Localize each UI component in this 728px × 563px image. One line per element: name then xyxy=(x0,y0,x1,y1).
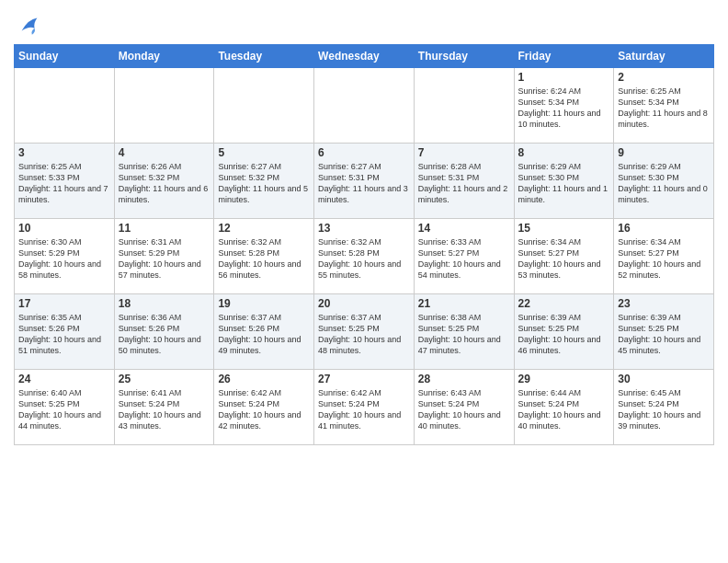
calendar-cell: 9Sunrise: 6:29 AM Sunset: 5:30 PM Daylig… xyxy=(614,144,714,219)
day-number: 25 xyxy=(119,373,210,385)
day-info: Sunrise: 6:42 AM Sunset: 5:24 PM Dayligh… xyxy=(318,387,410,432)
calendar-cell: 2Sunrise: 6:25 AM Sunset: 5:34 PM Daylig… xyxy=(614,68,714,144)
day-info: Sunrise: 6:35 AM Sunset: 5:26 PM Dayligh… xyxy=(18,312,110,357)
day-info: Sunrise: 6:29 AM Sunset: 5:30 PM Dayligh… xyxy=(518,161,610,206)
day-number: 13 xyxy=(318,222,410,235)
weekday-header-friday: Friday xyxy=(514,45,614,68)
day-number: 10 xyxy=(18,222,110,235)
calendar-cell: 19Sunrise: 6:37 AM Sunset: 5:26 PM Dayli… xyxy=(214,294,314,370)
day-info: Sunrise: 6:34 AM Sunset: 5:27 PM Dayligh… xyxy=(518,236,610,282)
day-number: 9 xyxy=(618,146,710,159)
day-info: Sunrise: 6:44 AM Sunset: 5:24 PM Dayligh… xyxy=(518,387,610,432)
day-info: Sunrise: 6:33 AM Sunset: 5:27 PM Dayligh… xyxy=(418,236,510,282)
calendar-cell: 21Sunrise: 6:38 AM Sunset: 5:25 PM Dayli… xyxy=(414,294,514,370)
calendar-cell: 10Sunrise: 6:30 AM Sunset: 5:29 PM Dayli… xyxy=(15,219,115,294)
day-info: Sunrise: 6:32 AM Sunset: 5:28 PM Dayligh… xyxy=(218,236,310,282)
day-number: 17 xyxy=(18,297,110,310)
calendar-cell: 1Sunrise: 6:24 AM Sunset: 5:34 PM Daylig… xyxy=(514,68,614,144)
calendar-cell: 7Sunrise: 6:28 AM Sunset: 5:31 PM Daylig… xyxy=(414,144,514,219)
calendar-cell: 18Sunrise: 6:36 AM Sunset: 5:26 PM Dayli… xyxy=(114,294,214,370)
day-info: Sunrise: 6:36 AM Sunset: 5:26 PM Dayligh… xyxy=(119,312,210,357)
day-number: 16 xyxy=(618,222,710,235)
calendar-week-row: 10Sunrise: 6:30 AM Sunset: 5:29 PM Dayli… xyxy=(15,219,714,294)
calendar-cell: 6Sunrise: 6:27 AM Sunset: 5:31 PM Daylig… xyxy=(314,144,415,219)
day-info: Sunrise: 6:39 AM Sunset: 5:25 PM Dayligh… xyxy=(618,312,710,357)
day-info: Sunrise: 6:37 AM Sunset: 5:26 PM Dayligh… xyxy=(218,312,310,357)
day-number: 8 xyxy=(518,146,610,159)
calendar-cell: 22Sunrise: 6:39 AM Sunset: 5:25 PM Dayli… xyxy=(514,294,614,370)
calendar-cell xyxy=(314,68,415,144)
calendar-week-row: 1Sunrise: 6:24 AM Sunset: 5:34 PM Daylig… xyxy=(15,68,714,144)
day-number: 2 xyxy=(618,71,710,84)
logo xyxy=(14,13,42,39)
day-number: 18 xyxy=(119,297,210,310)
calendar-cell: 23Sunrise: 6:39 AM Sunset: 5:25 PM Dayli… xyxy=(614,294,714,370)
day-info: Sunrise: 6:41 AM Sunset: 5:24 PM Dayligh… xyxy=(119,387,210,432)
page: SundayMondayTuesdayWednesdayThursdayFrid… xyxy=(0,0,728,563)
day-info: Sunrise: 6:24 AM Sunset: 5:34 PM Dayligh… xyxy=(518,86,610,131)
day-number: 20 xyxy=(318,297,410,310)
weekday-header-thursday: Thursday xyxy=(414,45,514,68)
day-number: 15 xyxy=(518,222,610,235)
day-number: 28 xyxy=(418,373,510,385)
weekday-header-row: SundayMondayTuesdayWednesdayThursdayFrid… xyxy=(15,45,714,68)
calendar-cell: 12Sunrise: 6:32 AM Sunset: 5:28 PM Dayli… xyxy=(214,219,314,294)
day-number: 5 xyxy=(218,146,310,159)
calendar-cell: 17Sunrise: 6:35 AM Sunset: 5:26 PM Dayli… xyxy=(15,294,115,370)
calendar-cell: 29Sunrise: 6:44 AM Sunset: 5:24 PM Dayli… xyxy=(514,370,614,445)
day-number: 6 xyxy=(318,146,410,159)
day-info: Sunrise: 6:25 AM Sunset: 5:34 PM Dayligh… xyxy=(618,86,710,131)
day-info: Sunrise: 6:45 AM Sunset: 5:24 PM Dayligh… xyxy=(618,387,710,432)
logo-bird-icon xyxy=(17,13,42,39)
day-number: 30 xyxy=(618,373,710,385)
day-number: 14 xyxy=(418,222,510,235)
day-number: 1 xyxy=(518,71,610,84)
calendar-cell: 11Sunrise: 6:31 AM Sunset: 5:29 PM Dayli… xyxy=(114,219,214,294)
day-number: 23 xyxy=(618,297,710,310)
day-info: Sunrise: 6:40 AM Sunset: 5:25 PM Dayligh… xyxy=(18,387,110,432)
day-number: 24 xyxy=(18,373,110,385)
calendar-week-row: 17Sunrise: 6:35 AM Sunset: 5:26 PM Dayli… xyxy=(15,294,714,370)
calendar-cell xyxy=(114,68,214,144)
day-info: Sunrise: 6:30 AM Sunset: 5:29 PM Dayligh… xyxy=(18,236,110,282)
day-info: Sunrise: 6:26 AM Sunset: 5:32 PM Dayligh… xyxy=(119,161,210,206)
calendar-cell: 24Sunrise: 6:40 AM Sunset: 5:25 PM Dayli… xyxy=(15,370,115,445)
day-number: 11 xyxy=(119,222,210,235)
weekday-header-wednesday: Wednesday xyxy=(314,45,415,68)
calendar-week-row: 3Sunrise: 6:25 AM Sunset: 5:33 PM Daylig… xyxy=(15,144,714,219)
calendar-cell xyxy=(214,68,314,144)
day-number: 12 xyxy=(218,222,310,235)
calendar-table: SundayMondayTuesdayWednesdayThursdayFrid… xyxy=(14,44,714,445)
calendar-cell: 30Sunrise: 6:45 AM Sunset: 5:24 PM Dayli… xyxy=(614,370,714,445)
day-info: Sunrise: 6:29 AM Sunset: 5:30 PM Dayligh… xyxy=(618,161,710,206)
calendar-cell xyxy=(15,68,115,144)
calendar-cell: 25Sunrise: 6:41 AM Sunset: 5:24 PM Dayli… xyxy=(114,370,214,445)
day-number: 22 xyxy=(518,297,610,310)
calendar-cell: 26Sunrise: 6:42 AM Sunset: 5:24 PM Dayli… xyxy=(214,370,314,445)
calendar-cell: 14Sunrise: 6:33 AM Sunset: 5:27 PM Dayli… xyxy=(414,219,514,294)
day-number: 26 xyxy=(218,373,310,385)
day-info: Sunrise: 6:32 AM Sunset: 5:28 PM Dayligh… xyxy=(318,236,410,282)
weekday-header-tuesday: Tuesday xyxy=(214,45,314,68)
calendar-cell: 8Sunrise: 6:29 AM Sunset: 5:30 PM Daylig… xyxy=(514,144,614,219)
day-info: Sunrise: 6:27 AM Sunset: 5:32 PM Dayligh… xyxy=(218,161,310,206)
calendar-cell: 28Sunrise: 6:43 AM Sunset: 5:24 PM Dayli… xyxy=(414,370,514,445)
weekday-header-sunday: Sunday xyxy=(15,45,115,68)
day-info: Sunrise: 6:34 AM Sunset: 5:27 PM Dayligh… xyxy=(618,236,710,282)
weekday-header-saturday: Saturday xyxy=(614,45,714,68)
calendar-cell: 3Sunrise: 6:25 AM Sunset: 5:33 PM Daylig… xyxy=(15,144,115,219)
day-info: Sunrise: 6:31 AM Sunset: 5:29 PM Dayligh… xyxy=(119,236,210,282)
calendar-cell: 13Sunrise: 6:32 AM Sunset: 5:28 PM Dayli… xyxy=(314,219,415,294)
weekday-header-monday: Monday xyxy=(114,45,214,68)
day-info: Sunrise: 6:39 AM Sunset: 5:25 PM Dayligh… xyxy=(518,312,610,357)
day-number: 19 xyxy=(218,297,310,310)
day-info: Sunrise: 6:42 AM Sunset: 5:24 PM Dayligh… xyxy=(218,387,310,432)
day-info: Sunrise: 6:37 AM Sunset: 5:25 PM Dayligh… xyxy=(318,312,410,357)
day-number: 29 xyxy=(518,373,610,385)
day-info: Sunrise: 6:43 AM Sunset: 5:24 PM Dayligh… xyxy=(418,387,510,432)
calendar-cell: 27Sunrise: 6:42 AM Sunset: 5:24 PM Dayli… xyxy=(314,370,415,445)
calendar-cell: 5Sunrise: 6:27 AM Sunset: 5:32 PM Daylig… xyxy=(214,144,314,219)
day-info: Sunrise: 6:38 AM Sunset: 5:25 PM Dayligh… xyxy=(418,312,510,357)
day-info: Sunrise: 6:28 AM Sunset: 5:31 PM Dayligh… xyxy=(418,161,510,206)
day-number: 7 xyxy=(418,146,510,159)
